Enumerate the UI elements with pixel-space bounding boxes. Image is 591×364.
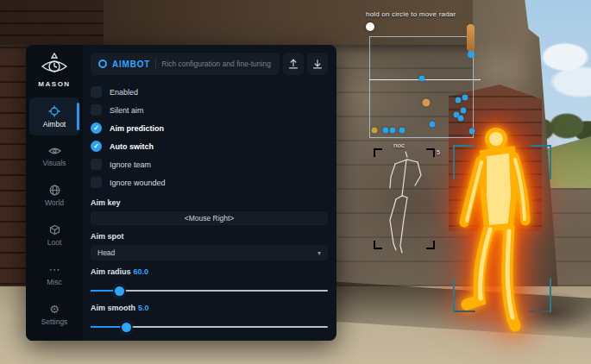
player-box-bracket xyxy=(550,145,551,179)
radar-blue-dot xyxy=(390,128,396,134)
checkbox-list: Enabled Silent aim Aim prediction Auto s… xyxy=(91,83,328,191)
download-icon xyxy=(312,59,323,69)
checkbox[interactable] xyxy=(91,159,102,170)
checkbox-row-silent-aim[interactable]: Silent aim xyxy=(91,101,328,119)
aim-radius-slider[interactable] xyxy=(91,286,328,296)
player-box-bracket xyxy=(453,145,455,179)
aim-radius-label: Aim radius60.0 xyxy=(91,267,328,276)
aim-smooth-slider[interactable] xyxy=(91,322,328,332)
checkbox-label: Silent aim xyxy=(110,106,144,115)
player-box-bracket xyxy=(531,145,551,147)
aim-spot-value: Head xyxy=(97,248,115,257)
checkbox-row-ignore-wounded[interactable]: Ignore wounded xyxy=(91,173,328,191)
player-box-bracket xyxy=(529,311,550,312)
aim-key-bind-button[interactable]: <Mouse Right> xyxy=(91,211,328,225)
sidebar-item-label: Misc xyxy=(47,278,61,286)
sidebar-item-aimbot[interactable]: Aimbot xyxy=(29,97,79,135)
sidebar-item-label: Settings xyxy=(41,317,68,326)
globe-icon xyxy=(49,185,60,196)
upload-icon xyxy=(288,59,299,69)
radar-orange-dot xyxy=(423,99,431,107)
radar-blue-dot xyxy=(419,76,425,82)
sidebar-item-visuals[interactable]: Visuals xyxy=(29,137,79,175)
radar-blue-dot xyxy=(399,128,406,134)
eye-icon xyxy=(48,146,61,156)
radar-blue-dot xyxy=(461,108,467,114)
sidebar-item-misc[interactable]: ⋯ Misc xyxy=(29,256,79,294)
aimbot-ring-icon xyxy=(98,60,107,68)
player-box-bracket xyxy=(455,311,475,312)
radar-horizon-line xyxy=(369,79,481,80)
radar-blue-dot xyxy=(462,95,468,101)
aim-key-label: Aim key xyxy=(91,198,328,207)
checkbox[interactable] xyxy=(91,141,102,152)
export-config-button[interactable] xyxy=(307,53,328,75)
gear-icon: ⚙ xyxy=(49,304,60,315)
checkbox-label: Aim prediction xyxy=(110,124,164,133)
panel-subtitle: Rich configuration and fine-tuning xyxy=(161,60,271,68)
checkbox-label: Auto switch xyxy=(110,142,154,151)
sidebar-item-label: Visuals xyxy=(42,159,66,167)
import-config-button[interactable] xyxy=(283,53,304,75)
radar-drag-handle[interactable] xyxy=(366,22,374,31)
panel-header: AIMBOT Rich configuration and fine-tunin… xyxy=(91,53,280,75)
player-box-bracket xyxy=(453,278,455,312)
crosshair-icon xyxy=(48,105,60,117)
panel-title: AIMBOT xyxy=(112,60,150,69)
header-divider xyxy=(155,59,156,69)
radar-blue-dot xyxy=(430,122,436,128)
aim-spot-label: Aim spot xyxy=(91,232,328,241)
sidebar: MASON Aimbot Visuals xyxy=(26,45,83,341)
checkbox-label: Ignore team xyxy=(110,160,151,169)
checkbox[interactable] xyxy=(91,86,102,97)
checkbox-label: Ignore wounded xyxy=(110,179,166,187)
slider-fill xyxy=(91,326,126,328)
checkbox-row-aim-prediction[interactable]: Aim prediction xyxy=(91,119,328,137)
radar-blue-dot xyxy=(456,97,462,104)
skeleton-esp xyxy=(369,142,443,254)
checkbox-label: Enabled xyxy=(110,88,138,97)
checkbox-row-enabled[interactable]: Enabled xyxy=(91,83,328,101)
aim-spot-select[interactable]: Head ▾ xyxy=(91,245,328,260)
radar-hint-text: hold on circle to move radar xyxy=(366,10,456,18)
radar-yellow-dot xyxy=(372,128,378,134)
checkbox[interactable] xyxy=(91,104,102,116)
game-screen: hold on circle to move radar noc 5 xyxy=(0,0,591,364)
radar[interactable] xyxy=(369,36,474,138)
sidebar-item-loot[interactable]: Loot xyxy=(29,217,79,254)
cheat-menu-panel: MASON Aimbot Visuals xyxy=(26,45,336,341)
checkbox[interactable] xyxy=(91,177,102,188)
aim-smooth-label: Aim smooth5.0 xyxy=(91,304,328,312)
brand: MASON xyxy=(38,52,70,88)
checkbox[interactable] xyxy=(91,122,102,134)
sidebar-item-label: Aimbot xyxy=(43,120,66,129)
box-icon xyxy=(49,224,60,235)
sidebar-item-label: Loot xyxy=(47,238,62,247)
player-box-bracket xyxy=(453,145,474,147)
slider-thumb[interactable] xyxy=(122,323,131,332)
chevron-down-icon: ▾ xyxy=(318,249,321,257)
mason-logo-icon xyxy=(40,52,69,78)
brand-name: MASON xyxy=(38,80,70,88)
ellipsis-icon: ⋯ xyxy=(49,264,60,275)
sidebar-item-label: World xyxy=(45,198,64,207)
aim-smooth-value: 5.0 xyxy=(138,304,149,312)
slider-track[interactable] xyxy=(91,290,328,292)
radar-blue-dot xyxy=(468,51,475,58)
orange-marker xyxy=(467,24,475,52)
radar-blue-dot xyxy=(458,116,464,122)
checkbox-row-auto-switch[interactable]: Auto switch xyxy=(91,137,328,155)
radar-blue-dot xyxy=(469,129,475,135)
sidebar-item-world[interactable]: World xyxy=(29,177,79,215)
sidebar-item-settings[interactable]: ⚙ Settings xyxy=(29,296,79,334)
radar-blue-dot xyxy=(383,128,389,134)
panel-content: AIMBOT Rich configuration and fine-tunin… xyxy=(83,45,336,341)
checkbox-row-ignore-team[interactable]: Ignore team xyxy=(91,155,328,173)
slider-thumb[interactable] xyxy=(115,286,124,296)
player-box-bracket xyxy=(550,278,551,312)
aim-radius-value: 60.0 xyxy=(134,267,149,276)
